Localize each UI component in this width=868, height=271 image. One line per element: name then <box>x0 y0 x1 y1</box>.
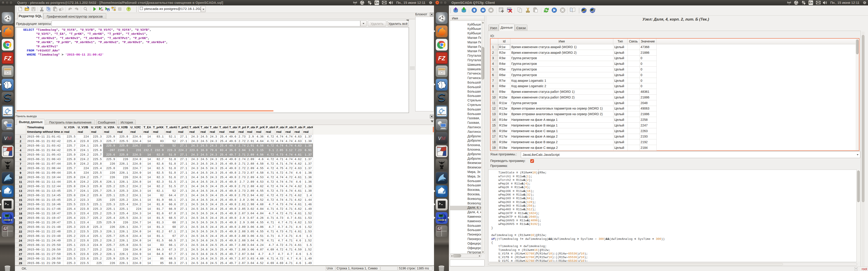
svg-text:10.95: 10.95 <box>4 215 10 217</box>
svg-text:10.95: 10.95 <box>438 215 444 217</box>
svg-text:P: P <box>101 7 102 9</box>
svg-text:MySQL: MySQL <box>439 114 442 115</box>
svg-text:?: ? <box>128 7 130 11</box>
svg-text:VM: VM <box>438 135 445 141</box>
svg-text:VM: VM <box>4 135 11 141</box>
svg-text:FZ: FZ <box>4 55 11 62</box>
svg-text:FZ: FZ <box>438 55 445 62</box>
svg-text:GS: GS <box>101 9 103 11</box>
svg-text:MySQL: MySQL <box>5 114 8 115</box>
